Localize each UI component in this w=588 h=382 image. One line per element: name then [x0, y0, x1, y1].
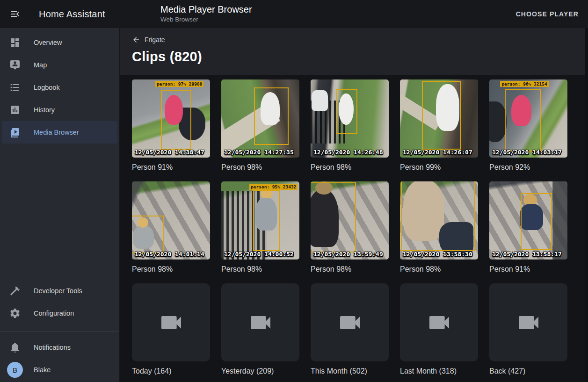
page-header-subtitle: Web Browser — [160, 16, 252, 23]
clip-card: 12/05/2020 14:26:48 Person 98% — [311, 79, 389, 172]
tooltip-account-icon — [9, 59, 21, 71]
content-body: person: 97% 29988 12/05/2020 14:38:47 Pe… — [120, 75, 588, 375]
folder-card: Today (164) — [132, 283, 210, 375]
clip-caption: Person 98% — [311, 163, 389, 172]
clip-timestamp-overlay: 12/05/2020 13:59:49 — [313, 251, 383, 258]
sidebar-item-label: Developer Tools — [34, 287, 82, 295]
sidebar-item-notifications[interactable]: Notifications — [0, 336, 119, 359]
page-header-title: Media Player Browser — [160, 4, 252, 15]
sidebar-item-developer-tools[interactable]: Developer Tools — [0, 280, 119, 302]
clip-card: person: 96% 32154 12/05/2020 14:03:17 Pe… — [489, 79, 567, 172]
clip-thumbnail[interactable]: person: 97% 29988 12/05/2020 14:38:47 — [132, 79, 210, 158]
clip-card: 12/05/2020 14:01:14 Person 98% — [132, 181, 210, 274]
clip-timestamp-overlay: 12/05/2020 14:03:17 — [492, 149, 562, 156]
video-icon — [515, 310, 542, 336]
clip-timestamp-overlay: 12/05/2020 14:27:35 — [224, 149, 294, 156]
sidebar-item-label: Configuration — [34, 310, 74, 317]
folder-thumbnail[interactable] — [400, 283, 478, 361]
avatar: B — [7, 362, 23, 378]
sidebar-item-logbook[interactable]: Logbook — [0, 76, 119, 99]
notifications-label: Notifications — [34, 344, 71, 351]
detection-bounding-box — [422, 81, 461, 150]
video-icon — [247, 310, 274, 336]
user-name: Blake — [34, 366, 51, 374]
clip-card: person: 97% 29988 12/05/2020 14:38:47 Pe… — [132, 79, 210, 172]
sidebar: Overview Map Logbook History Media Brows… — [0, 28, 120, 382]
detection-bounding-box — [254, 87, 288, 145]
folder-caption: Last Month (318) — [400, 367, 478, 375]
chart-box-icon — [9, 104, 21, 115]
detection-bounding-box — [336, 89, 357, 134]
clip-thumbnail[interactable]: 12/05/2020 13:58:30 — [400, 181, 478, 259]
detection-label: person: 95% 23432 — [249, 184, 298, 190]
folder-thumbnail[interactable] — [132, 283, 210, 361]
view-dashboard-icon — [9, 37, 21, 48]
choose-player-button[interactable]: CHOOSE PLAYER — [512, 6, 582, 22]
app-bar: Home Assistant Media Player Browser Web … — [0, 0, 588, 28]
page-title: Clips (820) — [132, 49, 576, 65]
folder-thumbnail[interactable] — [311, 283, 389, 361]
sidebar-item-label: Map — [34, 61, 47, 69]
clip-timestamp-overlay: 12/05/2020 14:00:52 — [224, 251, 294, 258]
detection-bounding-box — [521, 193, 552, 250]
video-icon — [158, 310, 184, 336]
sidebar-item-overview[interactable]: Overview — [0, 31, 119, 54]
folder-card: Last Month (318) — [400, 283, 478, 375]
clip-thumbnail[interactable]: person: 96% 32154 12/05/2020 14:03:17 — [489, 79, 567, 158]
sidebar-toggle-button[interactable] — [4, 3, 26, 25]
folder-thumbnail[interactable] — [221, 283, 299, 361]
cog-icon — [9, 308, 21, 319]
sidebar-nav: Overview Map Logbook History Media Brows… — [0, 28, 119, 144]
scrollbar[interactable] — [585, 28, 588, 382]
detection-bounding-box — [132, 216, 164, 253]
sidebar-item-label: Media Browser — [34, 129, 79, 136]
clip-caption: Person 98% — [221, 163, 299, 172]
sidebar-item-history[interactable]: History — [0, 99, 119, 121]
sidebar-spacer — [0, 144, 119, 280]
clip-caption: Person 99% — [400, 163, 478, 172]
detection-bounding-box — [311, 182, 356, 252]
sidebar-item-label: Overview — [34, 39, 62, 46]
folder-card: Back (427) — [489, 283, 567, 375]
sidebar-nav-bottom: Developer Tools Configuration — [0, 280, 119, 324]
clips-grid: person: 97% 29988 12/05/2020 14:38:47 Pe… — [132, 79, 576, 375]
folder-card: This Month (502) — [311, 283, 389, 375]
clip-thumbnail[interactable]: 12/05/2020 14:27:35 — [221, 79, 299, 158]
sidebar-item-map[interactable]: Map — [0, 54, 119, 76]
clip-timestamp-overlay: 12/05/2020 13:58:17 — [492, 251, 562, 258]
content-header: Frigate Clips (820) — [120, 28, 588, 75]
clip-card: 12/05/2020 13:58:17 Person 91% — [489, 181, 567, 274]
detection-bounding-box — [505, 89, 541, 151]
clip-timestamp-overlay: 12/05/2020 14:38:47 — [135, 149, 204, 156]
sidebar-item-user[interactable]: B Blake — [0, 359, 119, 381]
folder-thumbnail[interactable] — [489, 283, 567, 361]
folder-caption: Back (427) — [489, 367, 567, 375]
clip-thumbnail[interactable]: 12/05/2020 14:26:48 — [311, 79, 389, 158]
clip-card: 12/05/2020 14:26:07 Person 99% — [400, 79, 478, 172]
clip-thumbnail[interactable]: 12/05/2020 14:01:14 — [132, 181, 210, 259]
bell-icon — [9, 342, 21, 353]
sidebar-divider — [0, 332, 119, 332]
clip-caption: Person 98% — [400, 265, 478, 274]
clip-card: person: 95% 23432 12/05/2020 14:00:52 Pe… — [221, 181, 299, 274]
clip-thumbnail[interactable]: 12/05/2020 13:58:17 — [489, 181, 567, 259]
detection-label: person: 97% 29988 — [155, 81, 203, 87]
arrow-left-icon — [132, 36, 140, 44]
sidebar-item-media-browser[interactable]: Media Browser — [2, 121, 117, 144]
main-content: Frigate Clips (820) person: 97% 29988 12… — [120, 28, 588, 382]
clip-card: 12/05/2020 14:27:35 Person 98% — [221, 79, 299, 172]
play-box-multiple-icon — [9, 127, 21, 138]
clip-thumbnail[interactable]: 12/05/2020 14:26:07 — [400, 79, 478, 158]
clip-timestamp-overlay: 12/05/2020 14:26:07 — [403, 149, 472, 156]
folder-caption: Today (164) — [132, 367, 210, 375]
clip-timestamp-overlay: 12/05/2020 14:01:14 — [135, 251, 204, 258]
sidebar-item-configuration[interactable]: Configuration — [0, 302, 119, 324]
detection-bounding-box — [161, 90, 191, 150]
clip-thumbnail[interactable]: 12/05/2020 13:59:49 — [311, 181, 389, 259]
breadcrumb-back[interactable]: Frigate — [132, 36, 165, 44]
sidebar-item-label: Logbook — [34, 84, 60, 91]
clip-thumbnail[interactable]: person: 95% 23432 12/05/2020 14:00:52 — [221, 181, 299, 259]
sidebar-footer: Notifications B Blake — [0, 336, 119, 382]
clip-caption: Person 91% — [489, 265, 567, 274]
video-icon — [426, 310, 452, 336]
